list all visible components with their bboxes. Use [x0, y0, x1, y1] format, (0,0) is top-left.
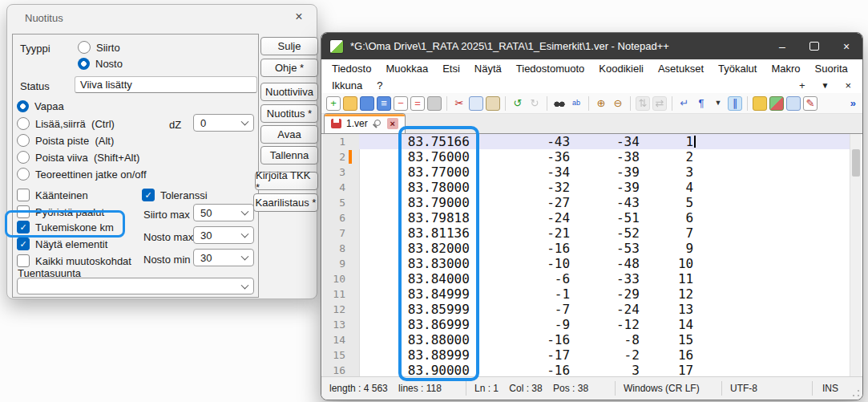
nosto-max-combobox[interactable]: 30: [193, 226, 254, 244]
tuentasuunta-combobox[interactable]: [17, 278, 254, 294]
editor-line-7[interactable]: 7 83.81136 -21 -52 7: [322, 225, 850, 241]
menu-item-suorita[interactable]: Suorita: [808, 61, 855, 76]
menu-item-tiedostomuoto[interactable]: Tiedostomuoto: [509, 61, 592, 76]
minimize-button[interactable]: –: [766, 33, 798, 59]
checkbox-kaikki-muutoskohdat[interactable]: Kaikki muutoskohdat: [17, 254, 131, 267]
menu-item-asetukset[interactable]: Asetukset: [651, 61, 711, 76]
toolbar-overflow-icon[interactable]: »: [850, 97, 862, 109]
print-icon[interactable]: [427, 96, 442, 111]
radio-vapaa[interactable]: Vapaa: [17, 100, 64, 112]
menu-item-makro[interactable]: Makro: [764, 61, 807, 76]
sync-vertical-icon[interactable]: ⇅: [636, 96, 650, 111]
dialog-close-icon[interactable]: ×: [292, 10, 306, 24]
find-icon[interactable]: [552, 96, 567, 111]
zoom-in-icon[interactable]: ⊕: [594, 96, 608, 111]
close-doc-icon[interactable]: −: [394, 96, 408, 111]
plugin-doc-switcher-icon[interactable]: [786, 96, 801, 111]
editor-line-15[interactable]: 15 83.88999 -17 -2 16: [322, 347, 850, 363]
line-text: 83.76000 -36 -38 2: [361, 149, 693, 164]
avaa-button[interactable]: Avaa: [260, 125, 318, 144]
sulje-button[interactable]: Sulje: [260, 37, 318, 55]
vertical-scrollbar[interactable]: [850, 134, 862, 376]
tab-close-icon[interactable]: ×: [387, 118, 398, 129]
editor-line-6[interactable]: 6 83.79818 -24 -51 6: [322, 210, 850, 225]
menu-item-tykalut[interactable]: Työkalut: [711, 61, 764, 76]
radio-poista-piste[interactable]: Poista piste (Alt): [17, 134, 114, 147]
siirto-max-combobox[interactable]: 50: [193, 204, 254, 221]
menu-item-liitnniset[interactable]: Liitännäiset: [855, 61, 863, 76]
editor-line-13[interactable]: 13 83.86999 -9 -12 14: [322, 317, 850, 332]
editor-line-16[interactable]: 16 83.90000 -16 3 17: [322, 363, 850, 376]
zoom-out-icon[interactable]: ⊖: [611, 96, 625, 111]
save-icon[interactable]: [360, 96, 374, 111]
editor-line-11[interactable]: 11 83.84999 -1 -29 12: [322, 286, 850, 302]
menu-item-nyt[interactable]: Näytä: [467, 61, 509, 76]
menu-item-muokkaa[interactable]: Muokkaa: [378, 61, 435, 76]
paste-icon[interactable]: [486, 96, 500, 111]
checkbox-tukemiskone-km[interactable]: Tukemiskone km: [17, 221, 114, 233]
undo-icon[interactable]: ↺: [511, 96, 525, 111]
nuotitus-button[interactable]: Nuotitus *: [260, 104, 318, 123]
checkbox-kaanteinen[interactable]: Käänteinen: [17, 189, 88, 201]
checkbox-nayta-elementit[interactable]: Näytä elementit: [17, 238, 107, 250]
new-tab-button[interactable]: +: [799, 79, 805, 91]
editor-line-3[interactable]: 3 83.77000 -34 -39 3: [322, 164, 850, 180]
editor-line-14[interactable]: 14 83.88000 -16 -8 15: [322, 332, 850, 347]
tallenna-button[interactable]: Tallenna: [260, 146, 318, 164]
menu-item-koodikieli[interactable]: Koodikieli: [591, 61, 651, 76]
editor-line-12[interactable]: 12 83.85999 -7 -24 13: [322, 302, 850, 317]
pin-icon[interactable]: [373, 119, 382, 128]
status-field[interactable]: Viiva lisätty: [75, 76, 257, 93]
copy-icon[interactable]: [469, 96, 483, 111]
close-all-docs-icon[interactable]: =: [410, 96, 425, 111]
text-editor[interactable]: 1 83.75166 -43 -34 12 83.76000 -36 -38 2…: [322, 134, 862, 376]
sync-horizontal-icon[interactable]: ⇄: [652, 96, 667, 111]
cut-icon[interactable]: ✂: [452, 96, 466, 111]
plugin-run-icon[interactable]: [753, 96, 767, 111]
ohje-button[interactable]: Ohje *: [260, 59, 318, 77]
scrollbar-thumb[interactable]: [852, 149, 860, 177]
chevron-down-icon: [241, 230, 249, 238]
save-all-icon[interactable]: ≡: [377, 96, 391, 111]
close-doc-button[interactable]: ×: [845, 79, 851, 91]
show-all-chars-icon[interactable]: ¶: [694, 96, 709, 111]
editor-line-9[interactable]: 9 83.83000 -10 -48 10: [322, 256, 850, 271]
open-file-icon[interactable]: [343, 96, 357, 111]
word-wrap-icon[interactable]: ↵: [677, 96, 692, 111]
plugin-edit-icon[interactable]: ✎: [803, 96, 818, 111]
editor-line-2[interactable]: 2 83.76000 -36 -38 2: [322, 149, 850, 164]
dropdown-arrow-icon[interactable]: ▼: [711, 96, 725, 111]
editor-line-8[interactable]: 8 83.82000 -16 -53 9: [322, 241, 850, 256]
radio-poista-viiva[interactable]: Poista viiva (Shift+Alt): [17, 151, 139, 164]
tab-1ver[interactable]: 1.ver ×: [324, 113, 406, 133]
radio-lisaa-siirra[interactable]: Lisää,siirrä (Ctrl): [17, 117, 115, 130]
redo-icon[interactable]: ↻: [527, 96, 542, 111]
checkbox-toleranssi[interactable]: Toleranssi: [142, 189, 208, 201]
close-button[interactable]: ×: [830, 33, 862, 59]
menu-item-tiedosto[interactable]: Tiedosto: [325, 61, 378, 76]
nuottiviiva-button[interactable]: Nuottiviiva: [260, 83, 318, 101]
kaarilistaus-button[interactable]: Kaarilistaus *: [253, 193, 318, 212]
indent-guide-icon[interactable]: ∥: [728, 96, 742, 111]
plugin-document-map-icon[interactable]: [769, 96, 784, 111]
dz-combobox[interactable]: 0: [193, 114, 254, 132]
replace-icon[interactable]: ab: [569, 96, 583, 111]
radio-teoreettinen-jatke[interactable]: Teoreettinen jatke on/off: [17, 168, 147, 181]
editor-line-4[interactable]: 4 83.78000 -32 -39 4: [322, 180, 850, 195]
menu-item-etsi[interactable]: Etsi: [435, 61, 467, 76]
maximize-button[interactable]: [798, 33, 830, 59]
editor-line-5[interactable]: 5 83.79000 -27 -43 5: [322, 195, 850, 210]
new-file-icon[interactable]: +: [326, 96, 341, 111]
radio-nosto[interactable]: Nosto: [78, 58, 123, 70]
nosto-min-combobox[interactable]: 30: [193, 249, 254, 266]
radio-siirto[interactable]: Siirto: [78, 41, 120, 54]
menu-item-ikkuna[interactable]: Ikkuna: [325, 78, 369, 93]
menu-item-help[interactable]: ?: [369, 78, 390, 93]
titlebar[interactable]: *G:\Oma Drive\1_RATA 2025\1_RATA\1_Esime…: [321, 33, 862, 59]
resize-grip[interactable]: [852, 389, 860, 397]
editor-line-10[interactable]: 10 83.84000 -6 -33 11: [322, 271, 850, 286]
kirjoita-tkk-button[interactable]: Kirjoita TKK *: [255, 172, 318, 190]
editor-line-1[interactable]: 1 83.75166 -43 -34 1: [322, 134, 850, 149]
doc-list-dropdown-icon[interactable]: ▼: [822, 81, 830, 90]
checkbox-pyorista-paalut[interactable]: Pyöristä paalut: [17, 205, 104, 218]
